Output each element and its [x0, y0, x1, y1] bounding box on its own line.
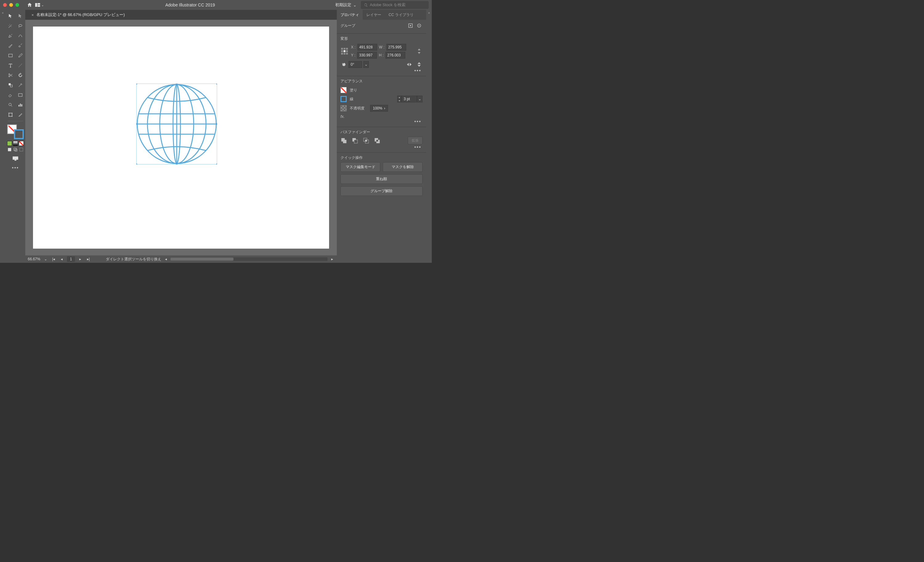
- stroke-swatch[interactable]: [14, 129, 24, 139]
- canvas[interactable]: [25, 20, 337, 255]
- flip-horizontal-button[interactable]: [406, 61, 412, 68]
- ungroup-button[interactable]: グループ解除: [340, 186, 423, 196]
- pathfinder-more-button[interactable]: •••: [340, 144, 423, 150]
- scissors-tool[interactable]: [6, 71, 15, 80]
- stroke-color-swatch[interactable]: [340, 96, 346, 102]
- opacity-input[interactable]: 100%›: [370, 105, 388, 112]
- artboard-number[interactable]: 1: [67, 256, 75, 262]
- prev-artboard-button[interactable]: ◂: [59, 256, 64, 262]
- last-artboard-button[interactable]: ▸|: [86, 256, 91, 262]
- x-input[interactable]: [357, 44, 377, 51]
- pencil-tool[interactable]: [16, 51, 25, 60]
- arrange-documents-button[interactable]: ⌄: [35, 1, 44, 9]
- window-zoom[interactable]: [15, 3, 19, 7]
- reference-point-selector[interactable]: [340, 47, 348, 55]
- first-artboard-button[interactable]: |◂: [51, 256, 57, 262]
- slice-tool[interactable]: [16, 110, 25, 119]
- svg-point-35: [136, 164, 137, 164]
- eyedropper-tool[interactable]: [16, 81, 25, 89]
- edit-toolbar-button[interactable]: •••: [12, 165, 19, 171]
- horizontal-scrollbar[interactable]: [171, 257, 327, 261]
- tab-layers[interactable]: レイヤー: [363, 10, 385, 20]
- globe-artwork[interactable]: [136, 84, 217, 164]
- gradient-tool[interactable]: [16, 91, 25, 99]
- rectangle-tool[interactable]: [6, 51, 15, 60]
- h-input[interactable]: [386, 52, 405, 59]
- stock-search-input[interactable]: Adobe Stock を検索: [361, 1, 429, 9]
- appearance-more-button[interactable]: •••: [340, 119, 423, 124]
- w-input[interactable]: [387, 44, 406, 51]
- opacity-swatch[interactable]: [340, 105, 346, 111]
- close-tab-icon[interactable]: ×: [32, 13, 34, 17]
- flip-vertical-button[interactable]: [416, 61, 423, 68]
- edit-contents-button[interactable]: [416, 22, 423, 29]
- window-minimize[interactable]: [9, 3, 13, 7]
- lasso-tool[interactable]: [16, 22, 25, 30]
- svg-point-5: [9, 74, 10, 75]
- svg-rect-4: [9, 54, 12, 57]
- draw-normal[interactable]: [7, 147, 12, 152]
- transform-more-button[interactable]: •••: [340, 68, 423, 74]
- document-tab[interactable]: × 名称未設定-1* @ 66.67% (RGB/GPU プレビュー): [28, 12, 128, 18]
- release-mask-button[interactable]: マスクを解除: [383, 162, 423, 172]
- line-segment-tool[interactable]: [16, 61, 25, 70]
- workspace-switcher[interactable]: 初期設定 ⌄: [335, 2, 357, 8]
- collapse-left-handle[interactable]: «: [0, 10, 6, 263]
- search-placeholder: Adobe Stock を検索: [370, 2, 405, 8]
- color-mode-solid[interactable]: [7, 141, 12, 146]
- selection-tool[interactable]: [6, 12, 15, 20]
- artboard[interactable]: [33, 27, 329, 249]
- magic-wand-tool[interactable]: [6, 22, 15, 30]
- fill-color-swatch[interactable]: [340, 87, 346, 93]
- screen-mode-button[interactable]: [11, 155, 20, 162]
- arrange-button[interactable]: 重ね順: [340, 174, 423, 184]
- color-mode-gradient[interactable]: [13, 141, 18, 146]
- constrain-proportions-button[interactable]: [416, 48, 423, 55]
- next-artboard-button[interactable]: ▸: [77, 256, 83, 262]
- home-button[interactable]: [25, 1, 34, 9]
- pathfinder-intersect[interactable]: [363, 137, 369, 144]
- h-label: H :: [379, 53, 383, 57]
- column-graph-tool[interactable]: [16, 101, 25, 109]
- window-close[interactable]: [3, 3, 7, 7]
- rotate-dropdown[interactable]: ⌄: [363, 61, 369, 68]
- stroke-weight-dropdown[interactable]: ⌄: [417, 96, 423, 102]
- stroke-weight-up[interactable]: ▴: [397, 96, 402, 99]
- pathfinder-unite[interactable]: [340, 137, 347, 144]
- svg-rect-1: [38, 3, 40, 5]
- draw-behind[interactable]: [13, 147, 18, 152]
- y-input[interactable]: [357, 52, 377, 59]
- pathfinder-exclude[interactable]: [374, 137, 381, 144]
- draw-inside[interactable]: [19, 147, 24, 152]
- tab-properties[interactable]: プロパティ: [337, 10, 363, 20]
- fill-stroke-indicator[interactable]: [7, 124, 24, 139]
- shape-builder-tool[interactable]: [6, 81, 15, 89]
- blob-brush-tool[interactable]: [16, 41, 25, 50]
- isolate-group-button[interactable]: [407, 22, 414, 29]
- tab-cc-libraries[interactable]: CC ライブラリ: [385, 10, 417, 20]
- rotate-tool[interactable]: [16, 71, 25, 80]
- fx-button[interactable]: fx.: [340, 114, 423, 119]
- rotate-input[interactable]: [348, 61, 362, 68]
- svg-rect-14: [9, 113, 12, 117]
- zoom-level[interactable]: 66.67%: [28, 257, 40, 261]
- stroke-weight-input[interactable]: [402, 96, 417, 102]
- artboard-tool[interactable]: [6, 110, 15, 119]
- pen-tool[interactable]: [6, 32, 15, 40]
- curvature-tool[interactable]: [16, 32, 25, 40]
- stroke-weight-down[interactable]: ▾: [397, 99, 402, 102]
- zoom-tool[interactable]: [6, 101, 15, 109]
- mask-edit-mode-button[interactable]: マスク編集モード: [340, 162, 380, 172]
- type-tool[interactable]: [6, 61, 15, 70]
- eraser-tool[interactable]: [6, 91, 15, 99]
- scroll-right-button[interactable]: ▸: [330, 257, 334, 261]
- direct-selection-tool[interactable]: [16, 12, 25, 20]
- color-mode-none[interactable]: [19, 141, 24, 146]
- zoom-dropdown[interactable]: ⌄: [43, 256, 48, 262]
- scroll-left-button[interactable]: ◂: [164, 257, 168, 261]
- paintbrush-tool[interactable]: [6, 41, 15, 50]
- pathfinder-expand-button[interactable]: 拡張: [408, 137, 423, 144]
- pathfinder-minus-front[interactable]: [352, 137, 358, 144]
- collapse-right-handle[interactable]: »: [426, 10, 432, 263]
- svg-rect-2: [38, 5, 40, 7]
